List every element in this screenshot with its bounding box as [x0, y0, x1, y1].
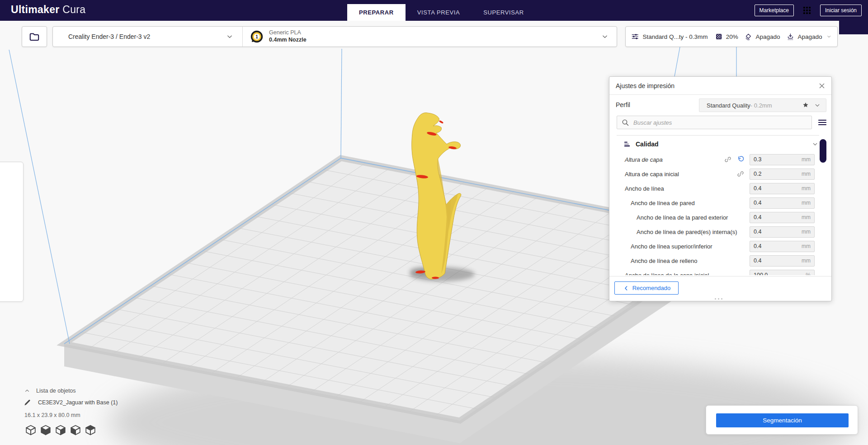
printer-name: Creality Ender-3 / Ender-3 v2 [68, 33, 225, 40]
chevron-down-icon [826, 32, 832, 41]
settings-search-input[interactable] [633, 119, 808, 126]
navbar-right: Marketplace Iniciar sesión [755, 5, 862, 16]
object-list-item[interactable]: CE3E3V2_Jaguar with Base (1) [24, 397, 118, 408]
setting-row: Altura de capa0.3mm [609, 152, 826, 167]
setting-label: Ancho de línea de la capa inicial [609, 272, 745, 276]
setting-value: 100.0 [754, 272, 768, 275]
profile-detail: - 0.2mm [750, 102, 772, 109]
open-file-button[interactable] [22, 26, 47, 47]
infill-icon [715, 31, 722, 42]
folder-icon [28, 31, 40, 42]
setting-label: Ancho de línea de relleno [609, 258, 745, 264]
tool-rotate-icon[interactable] [5, 215, 17, 227]
settings-scrollbar[interactable] [820, 139, 826, 163]
slice-button[interactable]: Segmentación [716, 413, 849, 427]
close-icon[interactable] [817, 81, 827, 91]
search-icon [621, 118, 630, 127]
view-right-button[interactable] [84, 424, 97, 436]
profile-value: Standard Quality [707, 102, 750, 109]
apps-grid-icon[interactable] [802, 5, 812, 15]
chevron-left-icon [623, 285, 630, 292]
settings-rows: Altura de capa0.3mmAltura de capa inicia… [609, 152, 826, 275]
tool-sidebar [0, 162, 24, 302]
setting-value: 0.4 [754, 229, 761, 235]
material-type: Generic PLA [269, 29, 600, 37]
tab-preparar[interactable]: PREPARAR [347, 4, 406, 21]
tool-move-icon[interactable] [5, 172, 17, 183]
tab-supervisar[interactable]: SUPERVISAR [472, 4, 536, 21]
setting-row: Ancho de línea0.4mm [609, 181, 826, 196]
chevron-down-icon [225, 32, 234, 41]
stage-tabs: PREPARAR VISTA PREVIA SUPERVISAR [347, 4, 536, 21]
setting-row: Ancho de línea de pared0.4mm [609, 196, 826, 210]
tool-scale-icon[interactable] [5, 193, 17, 205]
setting-value-field[interactable]: 0.4mm [750, 183, 815, 194]
material-selector[interactable]: 1 Generic PLA 0.4mm Nozzle [242, 27, 617, 47]
profile-label: Perfil [616, 101, 630, 108]
setting-value-field[interactable]: 0.2mm [750, 169, 815, 180]
logo-cura: Cura [62, 4, 85, 15]
setting-value-field[interactable]: 0.4mm [750, 226, 815, 238]
tab-vista-previa[interactable]: VISTA PREVIA [406, 4, 472, 21]
app-logo: Ultimaker Cura [11, 4, 85, 16]
category-calidad[interactable]: Calidad [609, 136, 826, 152]
link-icon [723, 155, 732, 164]
setting-unit: mm [802, 214, 811, 220]
setting-row: Ancho de línea de relleno0.4mm [609, 253, 826, 268]
setting-value-field[interactable]: 0.4mm [750, 212, 815, 223]
view-left-button[interactable] [69, 424, 82, 436]
camera-view-buttons [24, 424, 118, 436]
revert-icon[interactable] [736, 155, 745, 164]
setting-value-field[interactable]: 0.3mm [750, 154, 815, 165]
summary-support: Apagado [756, 33, 780, 40]
settings-menu-icon[interactable] [817, 117, 828, 128]
setting-unit: mm [802, 156, 811, 163]
panel-resize-grip[interactable] [715, 298, 722, 300]
setting-label: Ancho de línea superior/inferior [609, 243, 745, 250]
setting-unit: mm [802, 200, 811, 206]
signin-button[interactable]: Iniciar sesión [820, 5, 862, 16]
tool-mirror-icon[interactable] [5, 237, 17, 248]
print-settings-summary[interactable]: Standard Q...ty - 0.3mm 20% Apagado Apag… [625, 26, 838, 47]
tool-support-blocker-icon[interactable] [5, 280, 17, 292]
print-settings-panel: Ajustes de impresión Perfil Standard Qua… [609, 76, 832, 301]
view-front-button[interactable] [39, 424, 52, 436]
setting-value: 0.4 [754, 185, 761, 192]
chevron-up-icon [24, 387, 31, 394]
settings-list: Calidad Altura de capa0.3mmAltura de cap… [609, 136, 826, 275]
material-nozzle: 0.4mm Nozzle [269, 37, 600, 44]
settings-search-box [617, 116, 812, 129]
top-navbar: Ultimaker Cura PREPARAR VISTA PREVIA SUP… [0, 0, 868, 21]
view-3d-icon [24, 424, 37, 436]
marketplace-button[interactable]: Marketplace [755, 5, 794, 16]
panel-header: Ajustes de impresión [609, 77, 831, 95]
view-front-icon [39, 424, 52, 436]
setting-row: Ancho de línea de la pared exterior0.4mm [609, 210, 826, 225]
object-list-header[interactable]: Lista de objetos [24, 385, 118, 397]
recommended-mode-button[interactable]: Recomendado [614, 281, 679, 295]
setting-value-field[interactable]: 0.4mm [750, 255, 815, 267]
chevron-down-icon [811, 140, 819, 148]
profile-dropdown[interactable]: Standard Quality - 0.2mm [699, 98, 826, 112]
view-3d-button[interactable] [24, 424, 37, 436]
summary-infill: 20% [726, 33, 738, 40]
setting-value: 0.4 [754, 243, 761, 249]
object-name: CE3E3V2_Jaguar with Base (1) [38, 399, 118, 406]
setting-value: 0.4 [754, 214, 761, 220]
setting-label: Altura de capa inicial [609, 171, 736, 178]
navbar-notch [839, 21, 868, 34]
setting-unit: mm [802, 243, 811, 249]
view-top-button[interactable] [54, 424, 67, 436]
recommended-label: Recomendado [632, 285, 671, 291]
star-icon[interactable] [802, 101, 810, 109]
setting-value-field[interactable]: 0.4mm [750, 197, 815, 209]
setting-value-field[interactable]: 0.4mm [750, 241, 815, 252]
panel-title: Ajustes de impresión [616, 82, 675, 89]
setting-unit: mm [802, 229, 811, 235]
support-blocker-icon [6, 281, 17, 291]
printer-selector[interactable]: Creality Ender-3 / Ender-3 v2 [53, 27, 242, 47]
setting-value-field[interactable]: 100.0% [750, 270, 815, 276]
tool-per-model-settings-icon[interactable] [5, 258, 17, 270]
setting-unit: mm [802, 171, 811, 177]
divider [617, 135, 819, 136]
